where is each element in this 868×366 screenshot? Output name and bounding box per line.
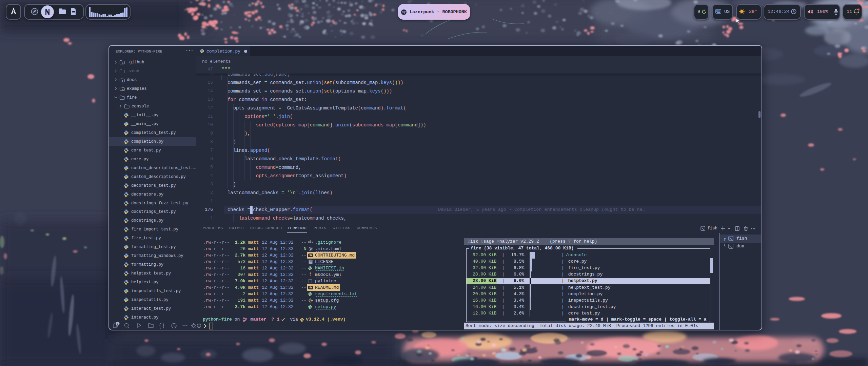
svg-text:1: 1 — [117, 322, 119, 325]
